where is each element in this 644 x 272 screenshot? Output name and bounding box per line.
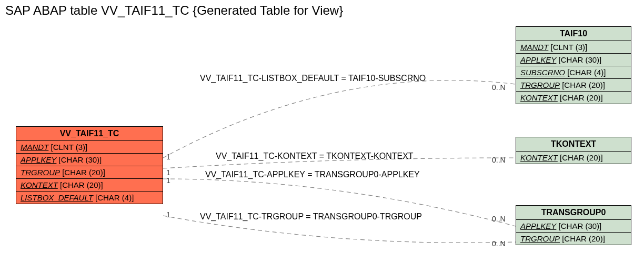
entity-header: TKONTEXT xyxy=(516,137,631,152)
entity-field: KONTEXT [CHAR (20)] xyxy=(516,152,631,164)
entity-field: APPLKEY [CHAR (30)] xyxy=(516,220,631,233)
cardinality-left: 1 xyxy=(166,176,170,185)
entity-field: MANDT [CLNT (3)] xyxy=(516,41,631,54)
entity-field: APPLKEY [CHAR (30)] xyxy=(16,154,163,166)
relation-label: VV_TAIF11_TC-KONTEXT = TKONTEXT-KONTEXT xyxy=(216,152,414,161)
entity-field: TRGROUP [CHAR (20)] xyxy=(516,233,631,245)
page-title: SAP ABAP table VV_TAIF11_TC {Generated T… xyxy=(5,3,343,18)
entity-header: TRANSGROUP0 xyxy=(516,206,631,220)
entity-field: APPLKEY [CHAR (30)] xyxy=(516,54,631,66)
relation-label: VV_TAIF11_TC-LISTBOX_DEFAULT = TAIF10-SU… xyxy=(200,74,426,83)
entity-header: VV_TAIF11_TC xyxy=(16,127,163,141)
entity-field: MANDT [CLNT (3)] xyxy=(16,141,163,154)
cardinality-right: 0..N xyxy=(492,156,506,164)
entity-transgroup0: TRANSGROUP0 APPLKEY [CHAR (30)] TRGROUP … xyxy=(516,205,631,245)
cardinality-left: 1 xyxy=(166,210,170,219)
entity-tkontext: TKONTEXT KONTEXT [CHAR (20)] xyxy=(516,137,631,164)
entity-taif10: TAIF10 MANDT [CLNT (3)] APPLKEY [CHAR (3… xyxy=(516,26,631,104)
cardinality-right: 0..N xyxy=(492,239,506,248)
entity-header: TAIF10 xyxy=(516,27,631,41)
entity-field: KONTEXT [CHAR (20)] xyxy=(516,92,631,104)
cardinality-right: 0..N xyxy=(492,215,506,223)
cardinality-right: 0..N xyxy=(492,83,506,92)
relation-label: VV_TAIF11_TC-TRGROUP = TRANSGROUP0-TRGRO… xyxy=(200,212,422,221)
entity-field: TRGROUP [CHAR (20)] xyxy=(516,79,631,92)
entity-vv-taif11-tc: VV_TAIF11_TC MANDT [CLNT (3)] APPLKEY [C… xyxy=(16,126,163,204)
cardinality-left: 1 xyxy=(166,168,170,177)
entity-field: SUBSCRNO [CHAR (4)] xyxy=(516,66,631,79)
entity-field: KONTEXT [CHAR (20)] xyxy=(16,179,163,192)
cardinality-left: 1 xyxy=(166,153,170,161)
entity-field: LISTBOX_DEFAULT [CHAR (4)] xyxy=(16,192,163,204)
relation-label: VV_TAIF11_TC-APPLKEY = TRANSGROUP0-APPLK… xyxy=(205,170,420,179)
entity-field: TRGROUP [CHAR (20)] xyxy=(16,166,163,179)
